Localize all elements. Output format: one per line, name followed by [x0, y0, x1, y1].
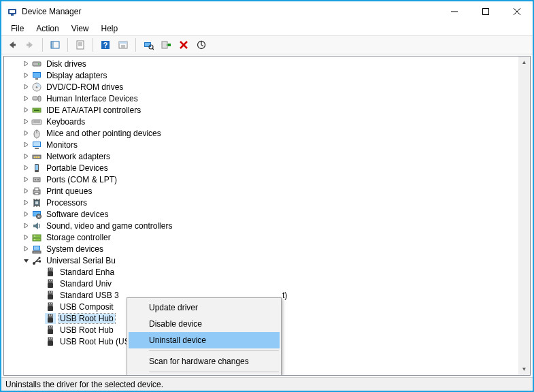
toolbar-uninstall-device-button[interactable] — [176, 37, 192, 53]
expand-icon[interactable] — [22, 118, 30, 126]
expand-icon[interactable] — [22, 222, 30, 230]
collapse-icon[interactable] — [22, 257, 30, 265]
ctx-update-driver[interactable]: Update driver — [129, 299, 280, 316]
tree-item-dvd[interactable]: DVD/CD-ROM drives — [4, 81, 518, 93]
tree-item-keyboard[interactable]: Keyboards — [4, 116, 518, 127]
tree-item-storage[interactable]: Storage controller — [4, 231, 518, 243]
menu-view[interactable]: View — [66, 22, 95, 35]
ide-icon — [31, 105, 42, 116]
menubar: File Action View Help — [1, 22, 533, 35]
svg-point-84 — [39, 257, 41, 259]
expand-icon[interactable] — [22, 83, 30, 91]
svg-rect-54 — [35, 165, 38, 170]
toolbar-show-hide-console-tree-button[interactable] — [47, 37, 63, 53]
toolbar-back-button[interactable] — [4, 37, 20, 53]
expand-icon[interactable] — [22, 129, 30, 137]
svg-rect-101 — [48, 314, 52, 318]
usbitem-icon — [45, 267, 56, 278]
toolbar-enable-device-button[interactable] — [158, 37, 174, 53]
svg-rect-4 — [483, 9, 489, 15]
tree-item-usb-1[interactable]: Standard Univ — [4, 278, 518, 289]
tree-item-ide[interactable]: IDE ATA/ATAPI controllers — [4, 104, 518, 116]
tree-item-usb-0[interactable]: Standard Enha — [4, 266, 518, 278]
maximize-button[interactable] — [470, 1, 501, 22]
ctx-properties[interactable]: Properties — [129, 374, 280, 376]
tree-item-mouse[interactable]: Mice and other pointing devices — [4, 127, 518, 139]
tree-item-printq[interactable]: Print queues — [4, 185, 518, 197]
svg-rect-52 — [38, 157, 39, 158]
svg-point-56 — [35, 179, 36, 180]
toolbar-forward-button[interactable] — [22, 37, 38, 53]
monitor-icon — [31, 140, 42, 150]
usbitem-icon — [45, 336, 56, 347]
device-manager-window: Device Manager File Action View Help — [0, 0, 534, 392]
expand-icon[interactable] — [22, 71, 30, 80]
toolbar-action-center-button[interactable] — [115, 37, 131, 53]
window-title: Device Manager — [22, 7, 439, 16]
menu-file[interactable]: File — [5, 22, 29, 35]
toolbar-separator — [67, 38, 68, 52]
expand-icon[interactable] — [22, 60, 30, 68]
tree-item-disk[interactable]: Disk drives — [4, 58, 518, 69]
svg-rect-1 — [10, 10, 15, 13]
expand-icon[interactable] — [22, 95, 30, 103]
svg-point-31 — [38, 63, 39, 65]
tree-item-ports[interactable]: Ports (COM & LPT) — [4, 174, 518, 185]
tree-item-proc[interactable]: Processors — [4, 197, 518, 208]
svg-rect-79 — [33, 251, 41, 253]
svg-rect-103 — [51, 314, 52, 316]
tree-item-usb[interactable]: Universal Serial Bu — [4, 255, 518, 266]
svg-text:?: ? — [103, 41, 108, 49]
toolbar-properties-button[interactable] — [72, 37, 88, 53]
menu-action[interactable]: Action — [31, 22, 64, 35]
svg-rect-30 — [33, 62, 41, 66]
svg-rect-18 — [119, 42, 127, 44]
disk-icon — [31, 59, 42, 69]
tree-item-monitor[interactable]: Monitors — [4, 139, 518, 150]
tree-item-system[interactable]: System devices — [4, 243, 518, 255]
minimize-button[interactable] — [439, 1, 470, 22]
system-icon — [31, 244, 42, 255]
expand-icon[interactable] — [22, 152, 30, 161]
tree-item-sound[interactable]: Sound, video and game controllers — [4, 220, 518, 231]
scroll-track[interactable] — [518, 68, 530, 363]
svg-rect-87 — [51, 268, 52, 270]
context-menu: Update driver Disable device Uninstall d… — [127, 297, 282, 376]
svg-rect-11 — [77, 41, 84, 49]
tree-item-network[interactable]: Network adapters — [4, 150, 518, 162]
tree-item-label: DVD/CD-ROM drives — [45, 82, 124, 92]
scroll-down-button[interactable]: ▼ — [518, 363, 530, 375]
expand-icon[interactable] — [22, 233, 30, 242]
toolbar-update-driver-button[interactable] — [193, 37, 210, 53]
toolbar-help-button[interactable]: ? — [97, 37, 114, 53]
expand-icon[interactable] — [22, 106, 30, 114]
tree-item-hid[interactable]: Human Interface Devices — [4, 93, 518, 104]
expand-icon[interactable] — [22, 210, 30, 218]
menu-help[interactable]: Help — [96, 22, 124, 35]
ports-icon — [31, 174, 42, 185]
svg-rect-37 — [33, 97, 37, 100]
tree-item-software[interactable]: Software devices — [4, 208, 518, 220]
printq-icon — [31, 186, 42, 197]
vertical-scrollbar[interactable]: ▲ ▼ — [518, 56, 530, 375]
expand-icon[interactable] — [22, 164, 30, 172]
expand-icon[interactable] — [22, 176, 30, 184]
ctx-disable-device[interactable]: Disable device — [129, 316, 280, 332]
expand-icon[interactable] — [22, 199, 30, 207]
close-button[interactable] — [501, 1, 533, 22]
scroll-up-button[interactable]: ▲ — [518, 56, 530, 68]
tree-item-display[interactable]: Display adapters — [4, 69, 518, 81]
svg-rect-55 — [33, 178, 40, 182]
svg-rect-97 — [48, 303, 52, 306]
ctx-scan-hardware[interactable]: Scan for hardware changes — [129, 353, 280, 370]
expand-icon[interactable] — [22, 245, 30, 253]
svg-rect-51 — [36, 157, 37, 158]
toolbar-separator — [93, 38, 93, 52]
toolbar-scan-hardware-button[interactable] — [140, 37, 156, 53]
tree-item-portable[interactable]: Portable Devices — [4, 162, 518, 174]
expand-icon[interactable] — [22, 187, 30, 195]
svg-rect-59 — [35, 188, 39, 191]
ctx-uninstall-device[interactable]: Uninstall device — [129, 332, 280, 348]
tree-item-label: IDE ATA/ATAPI controllers — [45, 105, 142, 115]
expand-icon[interactable] — [22, 141, 30, 149]
